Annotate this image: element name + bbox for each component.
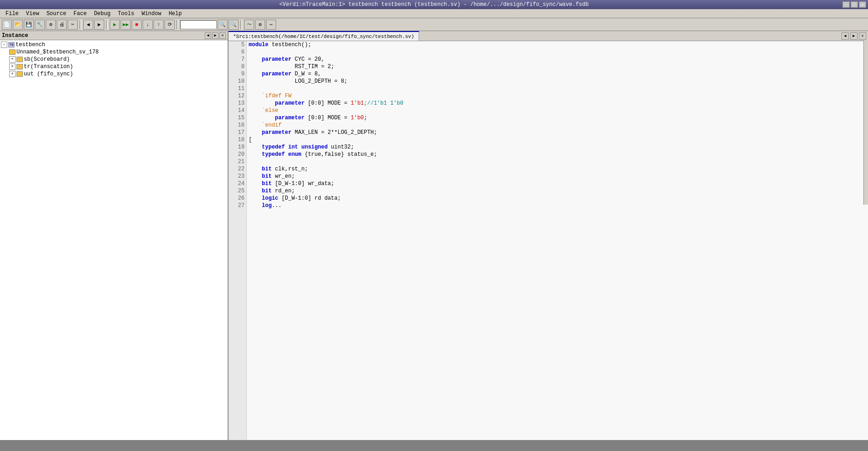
source-tab-label: *Src1:testbench(/home/IC/test/design/fif… xyxy=(233,34,414,39)
toggle-uut[interactable]: + xyxy=(9,71,16,77)
main-layout: Instance ◀ ▶ ✕ − TB testbench Unnamed_$t… xyxy=(0,31,868,440)
toolbar-run2-btn[interactable]: ▶▶ xyxy=(121,20,131,30)
toolbar-open-btn[interactable]: 📂 xyxy=(13,20,23,30)
ln-12: 12 xyxy=(229,92,246,100)
toolbar-sep4 xyxy=(240,20,242,29)
code-line-25: bit rd_en; xyxy=(249,187,866,195)
toggle-sb[interactable]: + xyxy=(9,56,16,63)
tree-item-testbench[interactable]: − TB testbench xyxy=(1,41,227,48)
code-line-8: RST_TIM = 2; xyxy=(249,63,866,70)
icon-unnamed xyxy=(9,49,16,55)
window-controls: ─ □ ✕ xyxy=(842,1,866,8)
tab-icon-next[interactable]: ▶ xyxy=(850,32,857,40)
toolbar-search2-btn[interactable]: 🔍 xyxy=(229,20,239,30)
menu-tools[interactable]: Tools xyxy=(114,10,138,17)
ln-20: 20 xyxy=(229,151,246,158)
toolbar-btn4[interactable]: 🔧 xyxy=(35,20,45,30)
code-line-12: `ifdef FW xyxy=(249,92,866,100)
menu-window[interactable]: Window xyxy=(138,10,165,17)
menu-help[interactable]: Help xyxy=(165,10,186,17)
toggle-testbench[interactable]: − xyxy=(1,42,7,48)
ln-18: 18 xyxy=(229,136,246,143)
toolbar-sep1 xyxy=(80,20,81,29)
close-button[interactable]: ✕ xyxy=(859,1,866,8)
code-line-18: [ xyxy=(249,136,866,143)
code-content[interactable]: module testbench(); parameter CYC = 20, … xyxy=(247,41,868,440)
icon-tr xyxy=(16,64,23,69)
toolbar-run-btn[interactable]: ▶ xyxy=(110,20,120,30)
minimize-button[interactable]: ─ xyxy=(842,1,850,8)
toggle-tr[interactable]: + xyxy=(9,64,16,70)
toolbar-new-btn[interactable]: 📄 xyxy=(2,20,12,30)
label-uut: uut (fifo_sync) xyxy=(24,71,73,77)
maximize-button[interactable]: □ xyxy=(851,1,858,8)
tab-icon-prev[interactable]: ◀ xyxy=(841,32,849,40)
code-area: 5 6 7 8 9 10 11 12 13 14 15 16 17 18 19 … xyxy=(229,41,868,440)
line-numbers: 5 6 7 8 9 10 11 12 13 14 15 16 17 18 19 … xyxy=(229,41,247,440)
bottom-area xyxy=(0,440,868,451)
code-line-5: module testbench(); xyxy=(249,41,866,48)
menu-debug[interactable]: Debug xyxy=(91,10,114,17)
code-line-17: parameter MAX_LEN = 2**LOG_2_DEPTH; xyxy=(249,129,866,136)
ln-21: 21 xyxy=(229,158,246,165)
source-panel: *Src1:testbench(/home/IC/test/design/fif… xyxy=(229,31,868,440)
tree-item-sb[interactable]: + sb(Scoreboard) xyxy=(1,56,227,63)
toolbar-settings-btn[interactable]: ⚙ xyxy=(255,20,265,30)
menu-face[interactable]: Face xyxy=(70,10,91,17)
toolbar-print-btn[interactable]: 🖨 xyxy=(57,20,67,30)
code-line-27: log... xyxy=(249,202,866,209)
instance-header-buttons: ◀ ▶ ✕ xyxy=(205,32,226,39)
code-line-6 xyxy=(249,48,866,56)
ln-17: 17 xyxy=(229,129,246,136)
ln-27: 27 xyxy=(229,202,246,209)
menu-view[interactable]: View xyxy=(22,10,43,17)
tree-item-uut[interactable]: + uut (fifo_sync) xyxy=(1,70,227,78)
title-bar: <Verdi:nTraceMain:1> testbench testbench… xyxy=(0,0,868,9)
ln-26: 26 xyxy=(229,195,246,202)
menu-bar: File View Source Face Debug Tools Window… xyxy=(0,9,868,18)
toolbar-back-btn[interactable]: ◀ xyxy=(83,20,93,30)
tab-icon-close[interactable]: ✕ xyxy=(859,32,866,40)
toolbar-btn5[interactable]: ⚙ xyxy=(46,20,56,30)
instance-close-btn[interactable]: ✕ xyxy=(219,32,226,39)
menu-source[interactable]: Source xyxy=(43,10,70,17)
toolbar-stop-btn[interactable]: ■ xyxy=(132,20,142,30)
instance-panel: Instance ◀ ▶ ✕ − TB testbench Unnamed_$t… xyxy=(0,31,229,440)
ln-24: 24 xyxy=(229,180,246,187)
tree-item-tr[interactable]: + tr(Transcation) xyxy=(1,63,227,70)
instance-header: Instance ◀ ▶ ✕ xyxy=(0,31,228,40)
instance-collapse-btn[interactable]: ◀ xyxy=(205,32,211,39)
toolbar-search-btn[interactable]: 🔍 xyxy=(218,20,228,30)
code-line-15: parameter [0:0] MODE = 1'b0; xyxy=(249,114,866,122)
tree-item-unnamed[interactable]: Unnamed_$testbench_sv_178 xyxy=(1,48,227,56)
instance-expand-btn[interactable]: ▶ xyxy=(212,32,218,39)
toolbar-btn14[interactable]: ↑ xyxy=(154,20,164,30)
menu-file[interactable]: File xyxy=(2,10,22,17)
toolbar-save-btn[interactable]: 💾 xyxy=(24,20,34,30)
code-line-10: LOG_2_DEPTH = 8; xyxy=(249,78,866,85)
ln-7: 7 xyxy=(229,56,246,63)
icon-sb xyxy=(16,57,23,62)
ln-15: 15 xyxy=(229,114,246,122)
code-line-22: bit clk,rst_n; xyxy=(249,165,866,173)
toolbar-step-btn[interactable]: ↓ xyxy=(143,20,153,30)
ln-23: 23 xyxy=(229,173,246,180)
label-unnamed: Unnamed_$testbench_sv_178 xyxy=(16,49,99,55)
ln-11: 11 xyxy=(229,85,246,92)
toolbar-fwd-btn[interactable]: ▶ xyxy=(94,20,104,30)
instance-vscroll[interactable] xyxy=(863,40,868,205)
instance-title: Instance xyxy=(2,32,28,39)
toolbar-btn7[interactable]: ✂ xyxy=(68,20,78,30)
ln-9: 9 xyxy=(229,70,246,78)
toolbar-wave-btn[interactable]: 〜 xyxy=(244,20,254,30)
source-tab-main[interactable]: *Src1:testbench(/home/IC/test/design/fif… xyxy=(229,31,419,41)
ln-6: 6 xyxy=(229,48,246,56)
toolbar-btn15[interactable]: ⟳ xyxy=(165,20,175,30)
code-line-20: typedef enum {true,false} status_e; xyxy=(249,151,866,158)
title-text: <Verdi:nTraceMain:1> testbench testbench… xyxy=(279,1,589,8)
label-testbench: testbench xyxy=(16,42,45,48)
toolbar-search-input[interactable] xyxy=(180,20,217,29)
ln-25: 25 xyxy=(229,187,246,195)
instance-tree: − TB testbench Unnamed_$testbench_sv_178… xyxy=(0,40,228,440)
toolbar-extra-btn[interactable]: ⋯ xyxy=(266,20,276,30)
